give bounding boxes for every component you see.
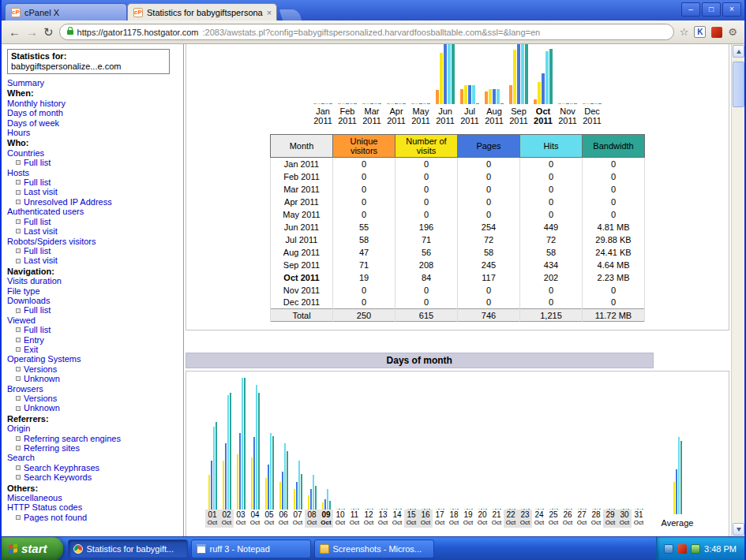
wrench-menu-icon[interactable]: ⚙	[728, 27, 737, 37]
sidebar-item-hosts[interactable]: Hosts	[7, 168, 180, 177]
bar-unique-visitors	[460, 89, 463, 104]
sidebar-item-entry[interactable]: Entry	[7, 335, 180, 345]
extension-k-icon[interactable]: K	[694, 26, 706, 38]
day-column: 19Oct	[461, 378, 475, 528]
new-tab-button[interactable]	[279, 9, 302, 21]
taskbar-button-statistics-for-babygift[interactable]: Statistics for babygift...	[68, 539, 188, 558]
sidebar-item-label: Authenticated users	[7, 207, 84, 216]
bar-unique-visitors	[313, 103, 317, 104]
table-cell: 449	[520, 221, 583, 233]
sidebar-item-label: Monthly history	[7, 99, 66, 108]
day-bar-group	[322, 378, 331, 510]
table-cell: 117	[458, 271, 520, 284]
reload-button[interactable]: ↻	[43, 26, 54, 38]
day-column: 08Oct	[305, 378, 319, 528]
sidebar-item-days-of-week[interactable]: Days of week	[7, 118, 180, 128]
sidebar-item-search[interactable]: Search	[7, 453, 180, 462]
bar-hits	[521, 44, 524, 104]
month-label: Jun2011	[433, 106, 458, 125]
sidebar-item-referring-sites[interactable]: Referring sites	[7, 443, 180, 453]
sidebar-item-last-visit[interactable]: Last visit	[7, 187, 180, 196]
sidebar-item-full-list[interactable]: Full list	[7, 177, 180, 187]
sidebar-item-viewed[interactable]: Viewed	[7, 315, 180, 325]
sidebar-item-http-status-codes[interactable]: HTTP Status codes	[7, 502, 180, 512]
sidebar-item-full-list[interactable]: Full list	[7, 246, 180, 256]
page-bullet-icon	[16, 190, 21, 195]
taskbar-button-ruff-3-notepad[interactable]: ruff 3 - Notepad	[191, 539, 311, 558]
sidebar-item-full-list[interactable]: Full list	[7, 217, 180, 226]
sidebar-item-authenticated-users[interactable]: Authenticated users	[7, 207, 180, 216]
antivirus-icon[interactable]	[677, 544, 687, 554]
sidebar-item-visits-duration[interactable]: Visits duration	[7, 276, 180, 286]
sidebar-item-full-list[interactable]: Full list	[7, 158, 180, 167]
sidebar-item-hours[interactable]: Hours	[7, 128, 180, 137]
sidebar-item-referring-search-engines[interactable]: Referring search engines	[7, 434, 180, 443]
network-icon[interactable]	[664, 544, 673, 554]
sidebar-item-exit[interactable]: Exit	[7, 345, 180, 354]
sidebar-item-versions[interactable]: Versions	[7, 364, 180, 374]
day-column: 04Oct	[248, 378, 262, 528]
sidebar-item-file-type[interactable]: File type	[7, 286, 180, 296]
tab-statistics[interactable]: cP Statistics for babygiftspersona ×	[127, 3, 277, 21]
messenger-icon[interactable]	[691, 544, 700, 554]
sidebar-item-origin[interactable]: Origin	[7, 424, 180, 433]
sidebar-item-unknown[interactable]: Unknown	[7, 403, 180, 413]
sidebar-item-downloads[interactable]: Downloads	[7, 296, 180, 305]
scrollbar-thumb[interactable]	[733, 62, 744, 107]
sidebar-item-days-of-month[interactable]: Days of month	[7, 108, 180, 118]
tab-cpanel[interactable]: cP cPanel X	[5, 3, 127, 21]
page-bullet-icon	[16, 406, 21, 411]
vertical-scrollbar[interactable]	[731, 44, 744, 536]
sidebar-item-last-visit[interactable]: Last visit	[7, 226, 180, 236]
sidebar-item-label: Navigation:	[7, 267, 54, 276]
table-cell: 0	[333, 183, 395, 196]
bar-bandwidth	[403, 103, 406, 104]
bookmark-star-icon[interactable]: ☆	[680, 27, 689, 37]
address-bar[interactable]: https://gator1175.hostgator.com:2083/aws…	[59, 24, 674, 40]
total-cell: 11.72 MB	[583, 309, 645, 322]
sidebar-item-last-visit[interactable]: Last visit	[7, 256, 180, 265]
https-lock-icon	[67, 30, 73, 35]
taskbar-button-screenshots-micros[interactable]: Screenshots - Micros...	[314, 539, 434, 558]
day-bar-group	[620, 378, 629, 510]
sidebar-item-robots-spiders-visitors[interactable]: Robots/Spiders visitors	[7, 237, 180, 246]
day-label: 01Oct	[205, 510, 219, 528]
back-button[interactable]: ←	[9, 26, 21, 38]
table-cell: 29.88 KB	[583, 233, 645, 246]
sidebar-item-search-keyphrases[interactable]: Search Keyphrases	[7, 463, 180, 472]
bar-pages	[493, 89, 496, 104]
window-controls: – □ ×	[681, 2, 741, 17]
scroll-up-button[interactable]	[733, 45, 744, 58]
day-bar-group	[635, 378, 643, 510]
minimize-button[interactable]: –	[681, 2, 700, 17]
start-button[interactable]: start	[2, 537, 63, 560]
sidebar-item-search-keywords[interactable]: Search Keywords	[7, 472, 180, 482]
table-cell: 0	[333, 170, 395, 183]
extension-shield-icon[interactable]	[711, 27, 722, 38]
forward-button[interactable]: →	[26, 26, 38, 38]
sidebar-item-full-list[interactable]: Full list	[7, 325, 180, 334]
sidebar-item-summary[interactable]: Summary	[7, 78, 180, 88]
scroll-down-button[interactable]	[733, 523, 744, 536]
page-bullet-icon	[16, 338, 21, 342]
sidebar-item-pages-not-found[interactable]: Pages not found	[7, 513, 180, 522]
close-button[interactable]: ×	[722, 2, 741, 17]
day-label: 16Oct	[418, 510, 433, 528]
sidebar-item-countries[interactable]: Countries	[7, 148, 180, 158]
sidebar-item-miscellaneous[interactable]: Miscellaneous	[7, 493, 180, 502]
bar-pages	[590, 103, 594, 104]
sidebar-item-unknown[interactable]: Unknown	[7, 374, 180, 383]
sidebar-item-unresolved-ip-address[interactable]: Unresolved IP Address	[7, 197, 180, 207]
day-bar-group	[379, 378, 388, 510]
sidebar-item-monthly-history[interactable]: Monthly history	[7, 99, 180, 108]
sidebar-item-versions[interactable]: Versions	[7, 394, 180, 403]
sidebar-item-full-list[interactable]: Full list	[7, 305, 180, 315]
table-cell: 0	[583, 158, 645, 170]
sidebar-item-browsers[interactable]: Browsers	[7, 384, 180, 394]
sidebar-item-operating-systems[interactable]: Operating Systems	[7, 354, 180, 364]
tab-close-icon[interactable]: ×	[267, 8, 272, 17]
cpanel-favicon-icon: cP	[133, 8, 143, 17]
day-label: 02Oct	[219, 510, 234, 528]
restore-button[interactable]: □	[702, 2, 721, 17]
month-label: Nov2011	[556, 106, 580, 125]
